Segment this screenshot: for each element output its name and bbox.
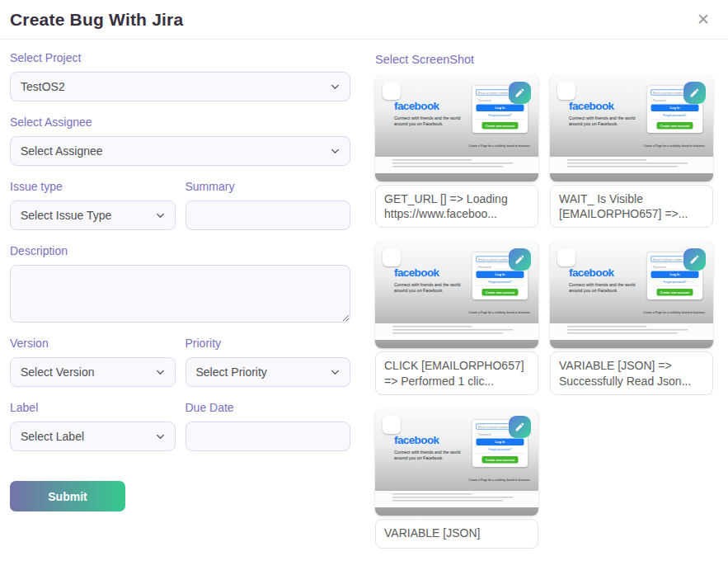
- facebook-footer: [375, 323, 538, 340]
- facebook-login-button: Log In: [477, 105, 524, 112]
- facebook-tagline: Connect with friends and the world aroun…: [394, 115, 461, 127]
- facebook-create-account-button: Create new account: [481, 122, 518, 130]
- facebook-page-note: Create a Page for a celebrity, brand or …: [638, 311, 711, 314]
- screenshot-checkbox[interactable]: [383, 416, 401, 434]
- screenshot-checkbox[interactable]: [557, 82, 575, 100]
- edit-screenshot-button[interactable]: [509, 82, 531, 104]
- issue-type-label: Issue type: [10, 180, 176, 193]
- facebook-page-note: Create a Page for a celebrity, brand or …: [463, 478, 536, 482]
- screenshot-caption: WAIT_ Is Visible [EMAILORPHO657] =>...: [550, 185, 713, 228]
- assignee-label: Select Assignee: [10, 115, 350, 129]
- screenshot-card[interactable]: facebook Connect with friends and the wo…: [550, 75, 713, 228]
- footer-text-bar: [392, 332, 503, 334]
- footer-text-bar: [392, 500, 503, 502]
- edit-screenshot-button[interactable]: [509, 416, 531, 438]
- close-button[interactable]: ✕: [693, 10, 713, 29]
- version-select[interactable]: Select Version: [10, 357, 176, 387]
- facebook-page-note: Create a Page for a celebrity, brand or …: [463, 311, 536, 314]
- issue-type-select[interactable]: Select Issue Type: [10, 200, 176, 230]
- facebook-tagline: Connect with friends and the world aroun…: [569, 115, 636, 127]
- screenshot-thumbnail: facebook Connect with friends and the wo…: [375, 409, 538, 516]
- footer-text-bar: [392, 163, 514, 164]
- divider: [477, 285, 524, 286]
- submit-button[interactable]: Submit: [10, 481, 125, 511]
- facebook-forgot-link: Forgot password?: [477, 447, 524, 450]
- modal-header: Create Bug With Jira ✕: [0, 0, 728, 40]
- footer-text-bar: [392, 493, 472, 495]
- priority-select[interactable]: Select Priority: [186, 357, 351, 387]
- screenshot-card[interactable]: facebook Connect with friends and the wo…: [375, 242, 538, 394]
- facebook-footer: [550, 323, 713, 340]
- version-label: Version: [10, 337, 176, 350]
- label-label: Label: [10, 401, 176, 414]
- divider: [651, 285, 699, 286]
- divider: [477, 453, 524, 454]
- summary-input[interactable]: [186, 200, 351, 230]
- pencil-icon: [514, 254, 525, 265]
- label-select[interactable]: Select Label: [10, 422, 176, 451]
- bug-form: Select Project TestOS2 Select Assignee S…: [10, 51, 350, 549]
- pencil-icon: [514, 422, 525, 432]
- facebook-login-button: Log In: [651, 271, 699, 279]
- due-date-label: Due Date: [186, 401, 351, 414]
- edit-screenshot-button[interactable]: [683, 248, 706, 271]
- footer-text-bar: [567, 329, 688, 331]
- modal-body: Select Project TestOS2 Select Assignee S…: [0, 40, 728, 549]
- project-select[interactable]: TestOS2: [10, 72, 350, 101]
- due-date-input[interactable]: [186, 422, 351, 451]
- facebook-forgot-link: Forgot password?: [651, 114, 699, 117]
- assignee-select[interactable]: Select Assignee: [10, 136, 350, 166]
- screenshot-checkbox[interactable]: [383, 248, 401, 266]
- screenshot-checkbox[interactable]: [557, 248, 575, 266]
- screenshot-card[interactable]: facebook Connect with friends and the wo…: [550, 242, 713, 394]
- pencil-icon: [689, 87, 700, 98]
- screenshot-caption: VARIABLE [JSON]: [375, 519, 538, 549]
- screenshot-card[interactable]: facebook Connect with friends and the wo…: [375, 409, 538, 549]
- divider: [651, 119, 699, 120]
- screenshot-grid: facebook Connect with friends and the wo…: [375, 75, 718, 549]
- screenshot-thumbnail: facebook Connect with friends and the wo…: [550, 242, 713, 348]
- facebook-page-note: Create a Page for a celebrity, brand or …: [638, 144, 711, 148]
- facebook-logo: facebook: [569, 100, 643, 113]
- description-textarea[interactable]: [10, 265, 350, 323]
- facebook-tagline: Connect with friends and the world aroun…: [394, 450, 461, 461]
- pencil-icon: [689, 254, 700, 265]
- facebook-login-button: Log In: [477, 271, 524, 279]
- project-label: Select Project: [10, 51, 350, 64]
- description-label: Description: [10, 244, 350, 257]
- edit-screenshot-button[interactable]: [683, 82, 706, 104]
- facebook-create-account-button: Create new account: [656, 289, 693, 296]
- facebook-footer: [375, 157, 538, 173]
- facebook-tagline: Connect with friends and the world aroun…: [569, 282, 636, 294]
- footer-text-bar: [567, 166, 678, 167]
- facebook-logo: facebook: [394, 100, 468, 113]
- footer-text-bar: [567, 159, 647, 161]
- screenshot-card[interactable]: facebook Connect with friends and the wo…: [375, 75, 538, 228]
- facebook-logo: facebook: [569, 266, 643, 280]
- screenshot-caption: GET_URL [] => Loading https://www.facebo…: [375, 185, 538, 228]
- facebook-footer: [375, 491, 538, 507]
- facebook-create-account-button: Create new account: [656, 122, 693, 130]
- facebook-forgot-link: Forgot password?: [477, 280, 524, 284]
- facebook-login-button: Log In: [477, 438, 524, 445]
- summary-label: Summary: [186, 180, 351, 193]
- pencil-icon: [514, 87, 525, 98]
- screenshots-section-title: Select ScreenShot: [375, 53, 718, 66]
- facebook-footer: [550, 157, 713, 173]
- screenshot-thumbnail: facebook Connect with friends and the wo…: [375, 242, 538, 348]
- footer-text-bar: [567, 326, 647, 328]
- priority-label: Priority: [186, 337, 351, 350]
- footer-text-bar: [567, 332, 678, 334]
- footer-text-bar: [567, 163, 688, 164]
- footer-text-bar: [392, 166, 503, 167]
- footer-text-bar: [392, 497, 514, 498]
- facebook-create-account-button: Create new account: [481, 456, 518, 464]
- footer-text-bar: [392, 329, 514, 331]
- screenshot-caption: VARIABLE [JSON] => Successfully Read Jso…: [550, 351, 713, 394]
- edit-screenshot-button[interactable]: [509, 248, 531, 271]
- screenshot-section: Select ScreenShot facebook Connect with …: [375, 51, 718, 549]
- screenshot-checkbox[interactable]: [383, 82, 401, 100]
- footer-text-bar: [392, 159, 472, 161]
- footer-text-bar: [392, 326, 472, 328]
- facebook-logo: facebook: [394, 266, 468, 280]
